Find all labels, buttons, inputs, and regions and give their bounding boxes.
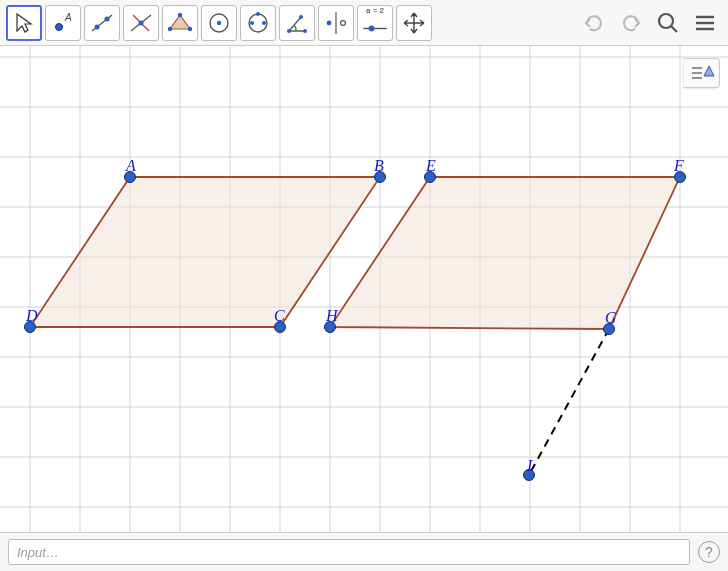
- tool-polygon[interactable]: [162, 5, 198, 41]
- svg-line-2: [92, 15, 112, 31]
- style-bar-toggle[interactable]: [684, 58, 720, 88]
- point-A[interactable]: [125, 172, 136, 183]
- tool-move-view[interactable]: [396, 5, 432, 41]
- point-H[interactable]: [325, 322, 336, 333]
- svg-text:A: A: [64, 12, 72, 23]
- point-B[interactable]: [375, 172, 386, 183]
- input-bar[interactable]: [8, 539, 690, 565]
- tool-angle[interactable]: [279, 5, 315, 41]
- svg-marker-58: [704, 66, 714, 76]
- svg-point-20: [299, 15, 303, 19]
- segment-GI[interactable]: [529, 329, 609, 475]
- polygon-EFGH[interactable]: [330, 177, 680, 329]
- tool-slider[interactable]: a = 2: [357, 5, 393, 41]
- svg-line-27: [671, 26, 677, 32]
- grid-svg: [0, 46, 728, 532]
- svg-point-23: [341, 20, 346, 25]
- svg-point-3: [95, 24, 100, 29]
- svg-point-25: [369, 25, 375, 31]
- svg-point-17: [256, 12, 260, 16]
- svg-point-0: [56, 23, 63, 30]
- point-E[interactable]: [425, 172, 436, 183]
- tool-line[interactable]: [84, 5, 120, 41]
- svg-point-26: [659, 14, 673, 28]
- point-D[interactable]: [25, 322, 36, 333]
- tool-ellipse[interactable]: [240, 5, 276, 41]
- search-button[interactable]: [651, 6, 685, 40]
- tool-point[interactable]: A: [45, 5, 81, 41]
- toolbar: A a = 2: [0, 0, 728, 46]
- svg-point-9: [178, 12, 182, 16]
- slider-label: a = 2: [366, 6, 384, 15]
- svg-point-7: [139, 20, 144, 25]
- tool-circle[interactable]: [201, 5, 237, 41]
- point-F[interactable]: [675, 172, 686, 183]
- svg-point-10: [188, 26, 192, 30]
- help-button[interactable]: ?: [698, 541, 720, 563]
- svg-point-4: [105, 16, 110, 21]
- point-I[interactable]: [524, 470, 535, 481]
- graphics-view[interactable]: ABCDEFGHI: [0, 46, 728, 532]
- menu-button[interactable]: [688, 6, 722, 40]
- redo-button[interactable]: [614, 6, 648, 40]
- undo-button[interactable]: [577, 6, 611, 40]
- svg-point-19: [303, 29, 307, 33]
- svg-point-16: [262, 21, 266, 25]
- svg-point-18: [287, 29, 291, 33]
- bottom-bar: ?: [0, 532, 728, 571]
- svg-point-11: [168, 26, 172, 30]
- point-C[interactable]: [275, 322, 286, 333]
- svg-point-22: [327, 20, 332, 25]
- tool-reflect[interactable]: [318, 5, 354, 41]
- tool-perpendicular[interactable]: [123, 5, 159, 41]
- svg-point-15: [250, 21, 254, 25]
- tool-move[interactable]: [6, 5, 42, 41]
- polygon-ABCD[interactable]: [30, 177, 380, 327]
- point-G[interactable]: [604, 324, 615, 335]
- svg-point-13: [217, 20, 221, 24]
